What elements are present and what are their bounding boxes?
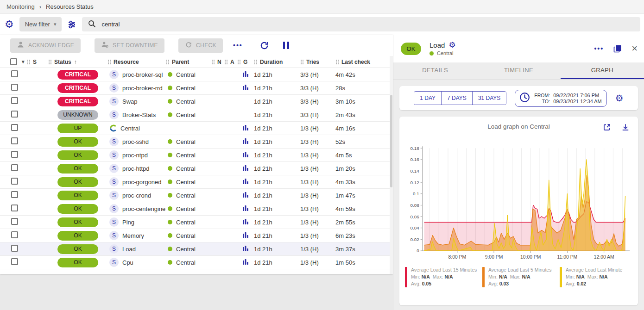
table-row[interactable]: OK S proc-ntpd Central 1d 21h 1/3 (H) 4m… <box>0 149 393 162</box>
column-header-parent[interactable]: Parent <box>166 59 211 65</box>
bar-chart-icon[interactable] <box>242 151 249 159</box>
resource-name[interactable]: Broker-Stats <box>122 112 156 118</box>
table-row[interactable]: UP Central 1d 21h 1/3 (H) 4m 16s <box>0 122 393 135</box>
breadcrumb-monitoring[interactable]: Monitoring <box>6 3 35 10</box>
column-header-status[interactable]: Status↑ <box>48 59 107 65</box>
check-button[interactable]: CHECK <box>178 38 223 53</box>
resource-name[interactable]: proc-ntpd <box>122 152 148 159</box>
table-row[interactable]: OK S Cpu Central 1d 21h 1/3 (H) 1m 50s <box>0 256 393 269</box>
bar-chart-icon[interactable] <box>242 138 249 146</box>
row-checkbox[interactable] <box>11 178 18 185</box>
column-header-n[interactable]: N <box>211 59 224 65</box>
tab-graph[interactable]: GRAPH <box>561 62 644 79</box>
time-range-1-day[interactable]: 1 DAY <box>414 92 442 105</box>
row-checkbox[interactable] <box>11 124 18 131</box>
parent-name[interactable]: Central <box>176 192 196 199</box>
more-actions-icon[interactable]: ••• <box>233 42 243 49</box>
parent-name[interactable]: Central <box>176 165 196 172</box>
resource-name[interactable]: proc-httpd <box>122 165 150 172</box>
row-checkbox[interactable] <box>11 258 18 265</box>
resource-name[interactable]: Load <box>122 246 136 253</box>
bar-chart-icon[interactable] <box>242 259 249 267</box>
resource-name[interactable]: Swap <box>122 98 138 105</box>
resource-name[interactable]: proc-sshd <box>122 138 149 145</box>
resource-name[interactable]: Central <box>120 125 140 132</box>
row-checkbox[interactable] <box>11 231 18 238</box>
close-icon[interactable]: × <box>631 43 638 54</box>
table-scrollbar-thumb[interactable] <box>390 95 392 187</box>
parent-name[interactable]: Central <box>176 205 196 212</box>
bar-chart-icon[interactable] <box>242 245 249 253</box>
row-checkbox[interactable] <box>11 245 18 252</box>
table-row[interactable]: OK S proc-httpd Central 1d 21h 1/3 (H) 1… <box>0 162 393 175</box>
parent-name[interactable]: Central <box>176 259 196 266</box>
bar-chart-icon[interactable] <box>242 84 249 92</box>
copy-link-icon[interactable] <box>613 44 622 53</box>
row-checkbox[interactable] <box>11 70 18 77</box>
parent-name[interactable]: Central <box>176 71 196 78</box>
column-header-severity[interactable]: S <box>27 59 48 65</box>
column-header-tries[interactable]: Tries <box>300 59 335 65</box>
set-downtime-button[interactable]: SET DOWNTIME <box>95 38 164 53</box>
column-header-last-check[interactable]: Last check <box>335 59 393 65</box>
table-row[interactable]: CRITICAL S proc-broker-rrd Central 1d 21… <box>0 81 393 95</box>
column-header-duration[interactable]: Duration <box>254 59 300 65</box>
bar-chart-icon[interactable] <box>242 192 249 199</box>
table-row[interactable]: OK S Load Central 1d 21h 1/3 (H) 3m 37s <box>0 242 393 256</box>
bar-chart-icon[interactable] <box>242 165 249 173</box>
row-checkbox[interactable] <box>11 84 18 91</box>
time-range-31-days[interactable]: 31 DAYS <box>473 92 506 105</box>
parent-name[interactable]: Central <box>176 232 196 239</box>
table-row[interactable]: OK S Memory Central 1d 21h 1/3 (H) 6m 23… <box>0 229 393 242</box>
table-row[interactable]: OK S proc-gorgoned Central 1d 21h 1/3 (H… <box>0 175 393 189</box>
panel-more-actions-icon[interactable]: ••• <box>594 45 604 52</box>
filter-settings-gear-icon[interactable]: ⚙ <box>5 19 14 30</box>
table-row[interactable]: OK S proc-centengine Central 1d 21h 1/3 … <box>0 202 393 216</box>
resource-name[interactable]: Memory <box>122 232 144 239</box>
row-checkbox[interactable] <box>11 97 18 104</box>
new-filter-button[interactable]: New filter ▾ <box>19 17 62 31</box>
table-row[interactable]: CRITICAL S Swap Central 1d 21h 3/3 (H) 3… <box>0 95 393 108</box>
acknowledge-button[interactable]: ACKNOWLEDGE <box>10 38 81 53</box>
pause-icon[interactable] <box>283 42 289 49</box>
bar-chart-icon[interactable] <box>242 218 249 226</box>
table-row[interactable]: OK S Ping Central 1d 21h 1/3 (H) 2m 55s <box>0 216 393 229</box>
table-row[interactable]: CRITICAL S proc-broker-sql Central 1d 21… <box>0 68 393 81</box>
refresh-icon[interactable] <box>259 41 269 50</box>
open-in-new-icon[interactable] <box>603 123 611 131</box>
resource-name[interactable]: proc-gorgoned <box>122 179 162 186</box>
column-header-g[interactable]: G <box>237 59 254 65</box>
resource-name[interactable]: proc-broker-rrd <box>122 85 163 92</box>
bar-chart-icon[interactable] <box>242 232 249 240</box>
bar-chart-icon[interactable] <box>242 71 249 79</box>
parent-name[interactable]: Central <box>176 219 196 226</box>
resource-name[interactable]: proc-centengine <box>122 205 165 212</box>
tab-details[interactable]: DETAILS <box>393 62 477 79</box>
column-header-a[interactable]: A <box>224 59 237 65</box>
search-input[interactable] <box>101 21 635 28</box>
table-row[interactable]: UNKNOWN S Broker-Stats Central 1d 21h 3/… <box>0 108 393 122</box>
graph-settings-gear-icon[interactable]: ⚙ <box>615 93 624 103</box>
breadcrumb-resources-status[interactable]: Resources Status <box>46 3 94 10</box>
bar-chart-icon[interactable] <box>242 178 249 186</box>
custom-time-range[interactable]: FROM: 09/22/2021 7:06 PM TO: 09/23/2021 … <box>515 90 606 107</box>
parent-name[interactable]: Central <box>176 112 196 118</box>
row-checkbox[interactable] <box>11 164 18 171</box>
parent-name[interactable]: Central <box>176 85 196 92</box>
row-checkbox[interactable] <box>11 218 18 225</box>
column-header-resource[interactable]: Resource <box>107 59 166 65</box>
resource-settings-gear-icon[interactable]: ⚙ <box>448 41 455 49</box>
row-checkbox[interactable] <box>11 111 18 118</box>
resource-name[interactable]: proc-crond <box>122 192 151 199</box>
select-all-checkbox[interactable] <box>10 58 17 65</box>
bar-chart-icon[interactable] <box>242 124 249 132</box>
download-icon[interactable] <box>621 123 630 131</box>
row-checkbox[interactable] <box>11 137 18 144</box>
table-scrollbar[interactable] <box>390 56 393 274</box>
bar-chart-icon[interactable] <box>242 205 249 213</box>
resource-name[interactable]: proc-broker-sql <box>122 71 163 78</box>
table-row[interactable]: OK S proc-crond Central 1d 21h 1/3 (H) 1… <box>0 189 393 202</box>
row-checkbox[interactable] <box>11 205 18 211</box>
search-field[interactable] <box>82 17 640 31</box>
resource-name[interactable]: Ping <box>122 219 134 226</box>
